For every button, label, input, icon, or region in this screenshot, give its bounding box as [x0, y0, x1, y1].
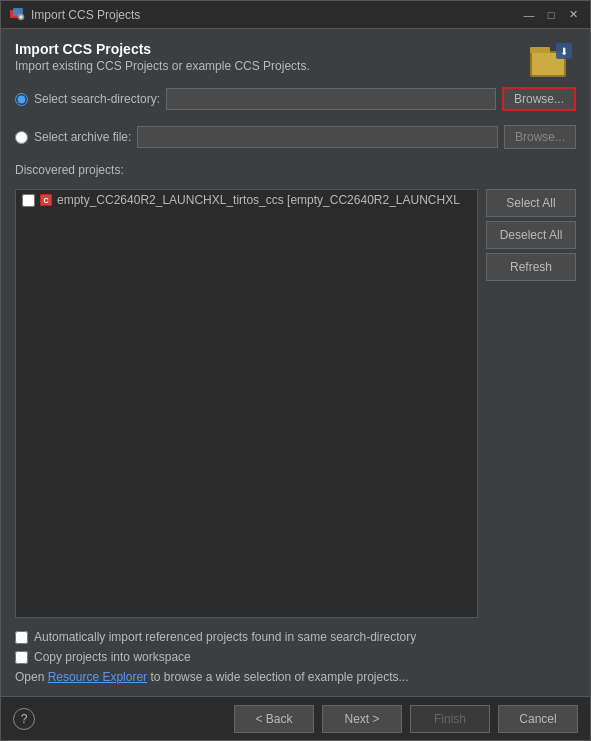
maximize-button[interactable]: □	[542, 6, 560, 24]
bottom-section: Automatically import referenced projects…	[15, 630, 576, 684]
search-directory-radio[interactable]	[15, 93, 28, 106]
svg-text:C: C	[43, 197, 48, 204]
import-dialog: Import CCS Projects — □ ✕ Import CCS Pro…	[0, 0, 591, 741]
window-icon	[9, 7, 25, 23]
copy-projects-row: Copy projects into workspace	[15, 650, 576, 664]
select-all-button[interactable]: Select All	[486, 189, 576, 217]
auto-import-label[interactable]: Automatically import referenced projects…	[34, 630, 416, 644]
close-button[interactable]: ✕	[564, 6, 582, 24]
projects-list[interactable]: C empty_CC2640R2_LAUNCHXL_tirtos_ccs [em…	[15, 189, 478, 618]
header-folder-icon: ⬇	[528, 37, 576, 81]
copy-projects-label[interactable]: Copy projects into workspace	[34, 650, 191, 664]
auto-import-checkbox[interactable]	[15, 631, 28, 644]
archive-file-row: Select archive file: Browse...	[15, 125, 576, 149]
minimize-button[interactable]: —	[520, 6, 538, 24]
discovered-label: Discovered projects:	[15, 163, 576, 177]
auto-import-row: Automatically import referenced projects…	[15, 630, 576, 644]
archive-file-radio[interactable]	[15, 131, 28, 144]
help-button[interactable]: ?	[13, 708, 35, 730]
resource-explorer-text: Open Resource Explorer to browse a wide …	[15, 670, 576, 684]
page-subtitle: Import existing CCS Projects or example …	[15, 59, 576, 73]
archive-file-label[interactable]: Select archive file:	[34, 130, 131, 144]
open-text: Open	[15, 670, 48, 684]
window-controls: — □ ✕	[520, 6, 582, 24]
discovered-area: C empty_CC2640R2_LAUNCHXL_tirtos_ccs [em…	[15, 189, 576, 618]
svg-text:⬇: ⬇	[560, 46, 568, 57]
project-type-icon: C	[39, 193, 53, 207]
titlebar: Import CCS Projects — □ ✕	[1, 1, 590, 29]
svg-rect-6	[530, 47, 550, 53]
browse-archive-button[interactable]: Browse...	[504, 125, 576, 149]
browse-search-button[interactable]: Browse...	[502, 87, 576, 111]
open-text2: to browse a wide selection of example pr…	[147, 670, 408, 684]
cancel-button[interactable]: Cancel	[498, 705, 578, 733]
page-title: Import CCS Projects	[15, 41, 576, 57]
back-button[interactable]: < Back	[234, 705, 314, 733]
project-checkbox[interactable]	[22, 194, 35, 207]
project-item[interactable]: C empty_CC2640R2_LAUNCHXL_tirtos_ccs [em…	[16, 190, 477, 210]
search-directory-input[interactable]: \rtos\CC2640R2_LAUNCHXL\drivers\empty\ti…	[166, 88, 496, 110]
copy-projects-checkbox[interactable]	[15, 651, 28, 664]
dialog-content: Import CCS Projects Import existing CCS …	[1, 29, 590, 696]
archive-file-input[interactable]	[137, 126, 498, 148]
resource-explorer-link[interactable]: Resource Explorer	[48, 670, 147, 684]
deselect-all-button[interactable]: Deselect All	[486, 221, 576, 249]
project-name: empty_CC2640R2_LAUNCHXL_tirtos_ccs [empt…	[57, 193, 460, 207]
side-action-buttons: Select All Deselect All Refresh	[486, 189, 576, 618]
search-directory-row: Select search-directory: \rtos\CC2640R2_…	[15, 87, 576, 111]
search-directory-label[interactable]: Select search-directory:	[34, 92, 160, 106]
dialog-footer: ? < Back Next > Finish Cancel	[1, 696, 590, 740]
refresh-button[interactable]: Refresh	[486, 253, 576, 281]
header-section: Import CCS Projects Import existing CCS …	[15, 41, 576, 79]
window-title: Import CCS Projects	[31, 8, 520, 22]
next-button[interactable]: Next >	[322, 705, 402, 733]
finish-button[interactable]: Finish	[410, 705, 490, 733]
